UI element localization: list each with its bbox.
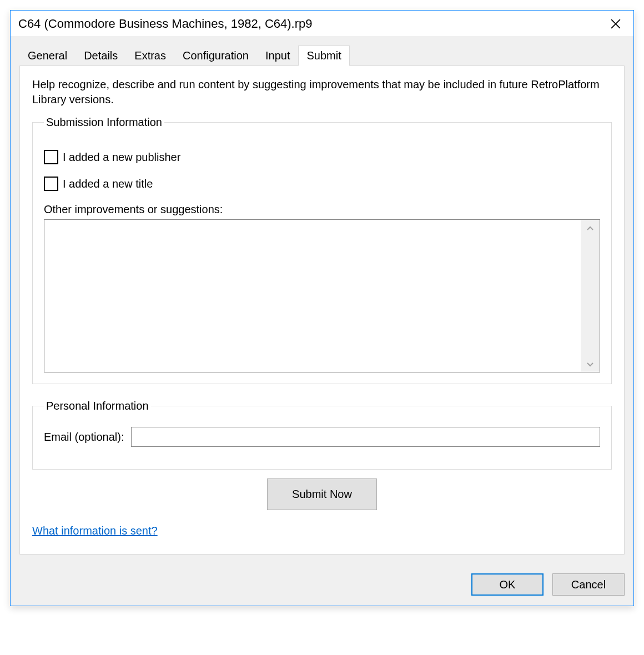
tab-configuration[interactable]: Configuration [174, 46, 257, 66]
personal-fieldset: Personal Information Email (optional): [32, 400, 612, 470]
email-row: Email (optional): [44, 412, 600, 458]
submission-legend: Submission Information [44, 116, 164, 129]
tab-input[interactable]: Input [257, 46, 298, 66]
personal-legend: Personal Information [44, 400, 151, 412]
checkbox-title-label: I added a new title [63, 178, 153, 190]
titlebar: C64 (Commodore Business Machines, 1982, … [11, 11, 633, 36]
intro-text: Help recognize, describe and run content… [32, 77, 612, 107]
tab-extras[interactable]: Extras [126, 46, 174, 66]
checkbox-title[interactable] [44, 177, 58, 191]
close-button[interactable] [605, 15, 627, 33]
submit-now-button[interactable]: Submit Now [267, 478, 377, 510]
submit-row: Submit Now [32, 478, 612, 510]
dialog-window: C64 (Commodore Business Machines, 1982, … [10, 10, 634, 606]
checkbox-publisher[interactable] [44, 150, 58, 164]
other-improvements-textarea[interactable] [44, 220, 581, 372]
window-title: C64 (Commodore Business Machines, 1982, … [18, 17, 312, 31]
email-label: Email (optional): [44, 431, 124, 444]
email-input[interactable] [131, 427, 600, 447]
checkbox-row-publisher: I added a new publisher [44, 150, 600, 164]
dialog-button-bar: OK Cancel [11, 563, 633, 606]
submission-fieldset: Submission Information I added a new pub… [32, 116, 612, 384]
tab-panel-submit: Help recognize, describe and run content… [19, 66, 625, 555]
client-area: General Details Extras Configuration Inp… [11, 36, 633, 563]
cancel-button[interactable]: Cancel [552, 573, 625, 596]
textarea-scrollbar[interactable] [581, 220, 600, 372]
other-improvements-label: Other improvements or suggestions: [44, 203, 600, 216]
other-improvements-wrap [44, 219, 600, 372]
tabstrip: General Details Extras Configuration Inp… [19, 46, 625, 66]
checkbox-publisher-label: I added a new publisher [63, 151, 180, 164]
checkbox-row-title: I added a new title [44, 177, 600, 191]
scroll-up-icon[interactable] [587, 223, 593, 232]
close-icon [611, 19, 621, 29]
tab-submit[interactable]: Submit [298, 46, 349, 66]
what-information-link[interactable]: What information is sent? [32, 525, 158, 537]
scroll-down-icon[interactable] [587, 360, 593, 369]
tab-details[interactable]: Details [76, 46, 126, 66]
ok-button[interactable]: OK [471, 573, 544, 596]
tab-general[interactable]: General [19, 46, 76, 66]
